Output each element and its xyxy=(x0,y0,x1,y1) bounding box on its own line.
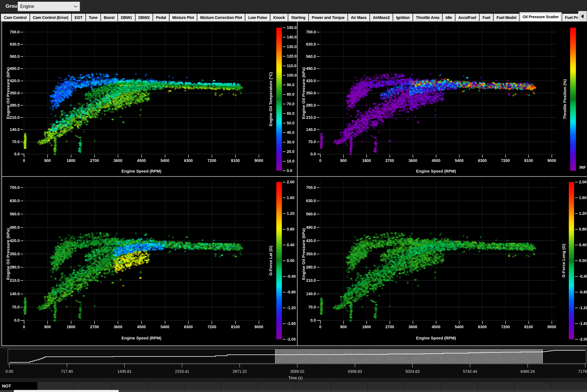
x-tick-label: 4500 xyxy=(432,325,440,329)
x-tick-mark xyxy=(390,321,390,324)
tab-power-and-torque[interactable]: Power and Torque xyxy=(309,14,348,21)
colorbar-tick-label: 0.0 xyxy=(287,168,292,173)
tab-air-mass[interactable]: Air Mass xyxy=(348,14,370,21)
x-tick-label: 0 xyxy=(319,325,321,329)
y-tick-label: 560.0 xyxy=(2,54,20,59)
y-tick-mark xyxy=(317,254,319,254)
colorbar-tick-mark xyxy=(575,308,578,308)
y-tick-label: 70.0 xyxy=(2,305,20,309)
tab-mixture-correction-plot[interactable]: Mixture Correction Plot xyxy=(197,14,245,21)
colorbar-tick-label: 1.60 xyxy=(579,196,587,200)
tab-fuel[interactable]: Fuel xyxy=(480,14,493,21)
x-tick-mark xyxy=(343,155,344,158)
y-axis-title: Engine Oil Pressure (kPa) xyxy=(301,67,306,119)
x-tick-label: 9000 xyxy=(254,158,263,163)
tab-accelfuel[interactable]: AccelFuel xyxy=(455,14,479,21)
group-dropdown[interactable]: Engine xyxy=(18,2,80,11)
time-tick-label: 7178.05 xyxy=(578,369,587,374)
tab-pedal[interactable]: Pedal xyxy=(153,14,169,21)
y-tick-label: 280.0 xyxy=(298,103,316,108)
colorbar-tick-label: -2.00 xyxy=(579,337,587,342)
y-tick-mark xyxy=(317,130,319,130)
x-tick-label: 4500 xyxy=(432,158,440,163)
colorbar-engine-oil-temperature-c xyxy=(276,28,282,171)
x-tick-mark xyxy=(259,321,259,324)
x-tick-label: 0 xyxy=(23,158,25,163)
tab-mixture-plot[interactable]: Mixture Plot xyxy=(169,14,197,21)
timeline-panel[interactable]: Time (s) 0.00717.801435.612153.412871.22… xyxy=(0,348,587,379)
scrollbar-thumb[interactable] xyxy=(14,390,119,392)
x-tick-mark xyxy=(24,155,24,158)
colorbar-tick-label: -1.60 xyxy=(287,322,296,326)
y-tick-label: 630.0 xyxy=(2,198,20,203)
y-tick-mark xyxy=(20,105,23,106)
x-tick-mark xyxy=(343,321,344,324)
tab-cam-control[interactable]: Cam Control xyxy=(1,14,29,21)
plot-canvas-bottom-right[interactable] xyxy=(298,177,587,346)
y-tick-label: 140.0 xyxy=(298,292,316,296)
y-tick-label: 630.0 xyxy=(2,42,20,46)
timeline-axis-label: Time (s) xyxy=(288,376,303,380)
tab-boost[interactable]: Boost xyxy=(101,14,117,21)
x-tick-mark xyxy=(529,321,529,324)
tab-throttle-area[interactable]: Throttle Area xyxy=(413,14,442,21)
plot-canvas-top-left[interactable] xyxy=(2,22,297,176)
colorbar-title: Throttle Position (%) xyxy=(563,79,567,119)
tab-idle[interactable]: Idle xyxy=(443,14,455,21)
colorbar-tick-mark xyxy=(283,170,286,171)
status-cell-empty xyxy=(441,382,478,390)
time-tick-label: 0.00 xyxy=(5,369,13,374)
colorbar-tick-mark xyxy=(283,132,286,133)
tab-oil-pressure-scatter[interactable]: Oil Pressure Scatter xyxy=(520,12,562,21)
colorbar-tick-mark xyxy=(575,292,578,292)
y-tick-mark xyxy=(20,227,23,228)
colorbar-tick-mark xyxy=(283,339,286,340)
y-tick-mark xyxy=(317,142,319,142)
tab-fuel-model[interactable]: Fuel Model xyxy=(494,14,519,21)
tab-starting[interactable]: Starting xyxy=(288,14,308,21)
colorbar-tick-label: -0.40 xyxy=(579,274,587,279)
x-tick-label: 3600 xyxy=(409,325,417,329)
tab-cam-control-error[interactable]: Cam Control (Error) xyxy=(30,14,71,21)
colorbar-tick-mark xyxy=(283,28,286,28)
tab-dbw2[interactable]: DBW2 xyxy=(135,14,153,21)
y-tick-label: 560.0 xyxy=(2,212,20,216)
tab-dbw1[interactable]: DBW1 xyxy=(118,14,135,21)
y-tick-mark xyxy=(317,227,319,228)
status-cell-empty xyxy=(478,382,515,390)
x-tick-label: 3600 xyxy=(113,325,122,329)
plot-canvas-bottom-left[interactable] xyxy=(2,177,297,346)
x-tick-mark xyxy=(94,321,95,324)
time-tick-label: 4306.83 xyxy=(348,369,362,374)
x-tick-label: 1800 xyxy=(362,325,371,329)
tab-low-pulse[interactable]: Low Pulse xyxy=(245,14,270,21)
x-tick-mark xyxy=(141,321,142,324)
tab-knock[interactable]: Knock xyxy=(270,14,288,21)
tab-tune[interactable]: Tune xyxy=(86,14,101,21)
x-tick-label: 6300 xyxy=(184,158,193,163)
plot-canvas-top-right[interactable] xyxy=(298,22,587,176)
x-tick-label: 8100 xyxy=(524,158,533,163)
y-tick-mark xyxy=(317,307,319,308)
y-tick-mark xyxy=(20,154,23,154)
colorbar-tick-label: 2.00 xyxy=(579,180,587,184)
colorbar-tick-mark xyxy=(283,104,286,104)
y-tick-label: 0.0 xyxy=(2,152,20,156)
tab-ignition[interactable]: Ignition xyxy=(393,14,412,21)
x-tick-label: 1800 xyxy=(362,158,371,163)
colorbar-tick-mark xyxy=(575,198,578,198)
x-tick-label: 8100 xyxy=(524,325,533,329)
tab-scroll-left-button[interactable] xyxy=(578,11,587,22)
colorbar-tick-mark xyxy=(283,113,286,114)
x-tick-mark xyxy=(390,155,390,158)
x-tick-mark xyxy=(552,155,552,158)
horizontal-scrollbar[interactable] xyxy=(0,390,587,392)
tab-egt[interactable]: EGT xyxy=(72,14,85,21)
time-tick-label: 2871.22 xyxy=(233,369,247,374)
scatter-plot-bottom-right: 700.0630.0560.0490.0420.0350.0280.0210.0… xyxy=(298,177,587,346)
tab-airmass2[interactable]: AirMass2 xyxy=(370,14,393,21)
y-tick-label: 70.0 xyxy=(2,140,20,144)
scatter-plot-top-left: 700.0630.0560.0490.0420.0350.0280.0210.0… xyxy=(2,22,297,176)
x-tick-label: 5400 xyxy=(161,158,169,163)
y-tick-label: 210.0 xyxy=(2,115,20,120)
